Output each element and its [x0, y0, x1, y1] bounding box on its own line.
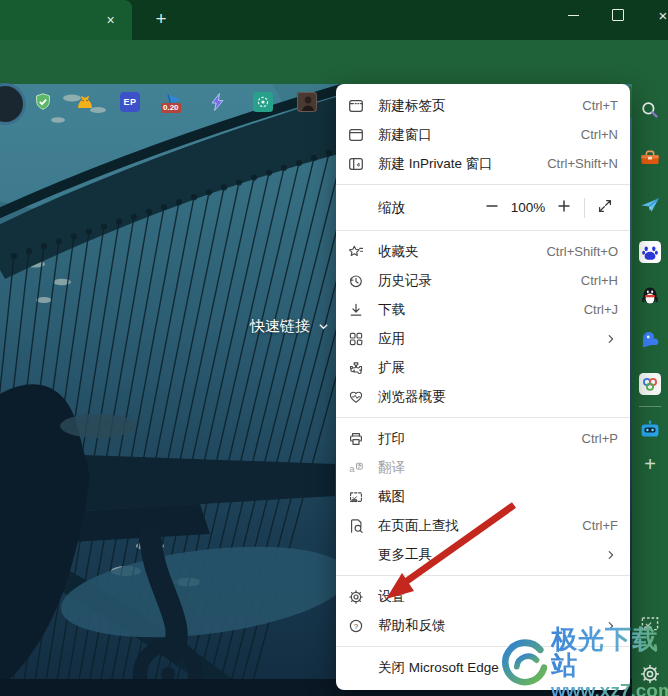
menu-item-label: 下载: [378, 301, 584, 319]
menu-item-apps[interactable]: 应用: [336, 324, 630, 353]
zoom-in-button[interactable]: [551, 196, 577, 220]
menu-item-zoom: 缩放100%: [336, 191, 630, 224]
rosette-extension-button[interactable]: [253, 92, 273, 112]
menu-item-label: 更多工具: [378, 546, 604, 564]
quick-links-header[interactable]: 快速链接: [250, 317, 329, 336]
menu-divider: [336, 184, 630, 185]
menu-item-favorites[interactable]: 收藏夹Ctrl+Shift+O: [336, 237, 630, 266]
sidebar-robot-button[interactable]: [639, 419, 661, 441]
menu-item-close-edge[interactable]: 关闭 Microsoft Edge: [336, 653, 630, 682]
paper-plane-icon: [639, 194, 661, 216]
capture-tool-icon: [639, 613, 661, 635]
sidebar-search-button[interactable]: [639, 99, 661, 121]
menu-item-history[interactable]: 历史记录Ctrl+H: [336, 266, 630, 295]
edge-menu: 新建标签页Ctrl+T新建窗口Ctrl+N新建 InPrivate 窗口Ctrl…: [336, 84, 630, 690]
translate-icon: a: [348, 460, 364, 476]
fullscreen-button[interactable]: [592, 196, 618, 220]
menu-item-label: 关闭 Microsoft Edge: [378, 659, 618, 677]
menu-item-new-tab[interactable]: 新建标签页Ctrl+T: [336, 91, 630, 120]
apps-grid-icon: [348, 331, 364, 347]
monkey-extension-button[interactable]: [75, 92, 95, 112]
sidebar-rings-button[interactable]: [639, 373, 661, 395]
photo-avatar-icon: [297, 92, 317, 112]
menu-item-label: 设置: [378, 588, 618, 606]
extension-badge: 0.20: [161, 103, 181, 113]
flag-extension-button[interactable]: 0.20: [164, 92, 184, 112]
rosette-icon: [253, 92, 273, 112]
chevron-right-icon: [604, 548, 618, 562]
browser-tab[interactable]: ×: [0, 0, 132, 40]
zoom-separator: [584, 198, 585, 218]
lightning-extension-button[interactable]: [208, 92, 228, 112]
close-button[interactable]: ×: [641, 0, 668, 30]
chevron-down-icon: [318, 321, 329, 332]
menu-item-downloads[interactable]: 下载Ctrl+J: [336, 295, 630, 324]
quick-links-label: 快速链接: [250, 317, 310, 336]
zoom-out-button[interactable]: [479, 196, 505, 220]
menu-item-label: 新建窗口: [378, 126, 581, 144]
menu-item-label: 帮助和反馈: [378, 617, 604, 635]
menu-item-print[interactable]: 打印Ctrl+P: [336, 424, 630, 453]
menu-item-settings[interactable]: 设置: [336, 582, 630, 611]
edge-sidebar: +: [632, 84, 668, 696]
plus-icon: [556, 198, 572, 218]
fullscreen-icon: [597, 198, 613, 218]
plus-icon: +: [644, 453, 656, 476]
sidebar-baidu-button[interactable]: [639, 241, 661, 263]
menu-item-shortcut: Ctrl+H: [581, 273, 618, 288]
tieba-icon: [639, 329, 661, 351]
sidebar-add-button[interactable]: +: [639, 453, 661, 475]
menu-item-more-tools[interactable]: 更多工具: [336, 540, 630, 569]
photo-extension-button[interactable]: [297, 92, 317, 112]
shield-extension-button[interactable]: [33, 92, 53, 112]
menu-item-find-on-page[interactable]: 在页面上查找Ctrl+F: [336, 511, 630, 540]
menu-item-extensions[interactable]: 扩展: [336, 353, 630, 382]
sidebar-capture-button[interactable]: [639, 613, 661, 635]
edge-browser-window: 快速链接 × + × EP0.20 + 新建标签页Ctrl+T新建窗口Ctrl+…: [0, 0, 668, 696]
sidebar-tieba-button[interactable]: [639, 329, 661, 351]
maximize-button[interactable]: [596, 0, 640, 30]
new-tab-button[interactable]: +: [150, 8, 172, 30]
download-icon: [348, 302, 364, 318]
search-icon: [639, 99, 661, 121]
browser-toolbar: EP0.20: [0, 40, 668, 84]
puzzle-dark-icon: [348, 360, 364, 376]
gear-light-icon: [639, 663, 661, 685]
maximize-icon: [612, 9, 624, 21]
menu-item-browser-essentials[interactable]: 浏览器概要: [336, 382, 630, 411]
heart-pulse-icon: [348, 389, 364, 405]
help-circle-icon: ?: [348, 618, 364, 634]
minus-icon: [484, 198, 500, 218]
menu-item-label: 应用: [378, 330, 604, 348]
zoom-label: 缩放: [378, 199, 479, 217]
robot-icon: [639, 419, 661, 441]
menu-item-new-inprivate-window[interactable]: 新建 InPrivate 窗口Ctrl+Shift+N: [336, 149, 630, 178]
menu-item-label: 在页面上查找: [378, 517, 582, 535]
ep-extension-button[interactable]: EP: [120, 92, 140, 112]
menu-item-label: 翻译: [378, 459, 618, 477]
favorites-star-icon: [348, 244, 364, 260]
minimize-button[interactable]: [551, 0, 595, 30]
chevron-right-icon: [604, 619, 618, 633]
menu-item-shortcut: Ctrl+Shift+N: [547, 156, 618, 171]
gear-icon: [348, 589, 364, 605]
menu-item-label: 历史记录: [378, 272, 581, 290]
menu-item-new-window[interactable]: 新建窗口Ctrl+N: [336, 120, 630, 149]
menu-item-shortcut: Ctrl+F: [582, 518, 618, 533]
menu-item-label: 新建 InPrivate 窗口: [378, 155, 547, 173]
sidebar-qq-button[interactable]: [639, 284, 661, 306]
baidu-paw-icon: [639, 241, 661, 263]
toolbox-icon: [639, 147, 661, 169]
menu-divider: [336, 646, 630, 647]
menu-item-help-and-feedback[interactable]: ?帮助和反馈: [336, 611, 630, 640]
sidebar-toolbox-button[interactable]: [639, 147, 661, 169]
sidebar-settings-button[interactable]: [639, 663, 661, 685]
tab-close-icon[interactable]: ×: [101, 10, 120, 29]
menu-item-web-capture[interactable]: 截图: [336, 482, 630, 511]
qq-penguin-icon: [639, 284, 661, 306]
sidebar-messenger-button[interactable]: [639, 194, 661, 216]
web-capture-icon: [348, 489, 364, 505]
menu-item-shortcut: Ctrl+T: [582, 98, 618, 113]
sidebar-divider: [639, 406, 661, 407]
menu-item-label: 浏览器概要: [378, 388, 618, 406]
